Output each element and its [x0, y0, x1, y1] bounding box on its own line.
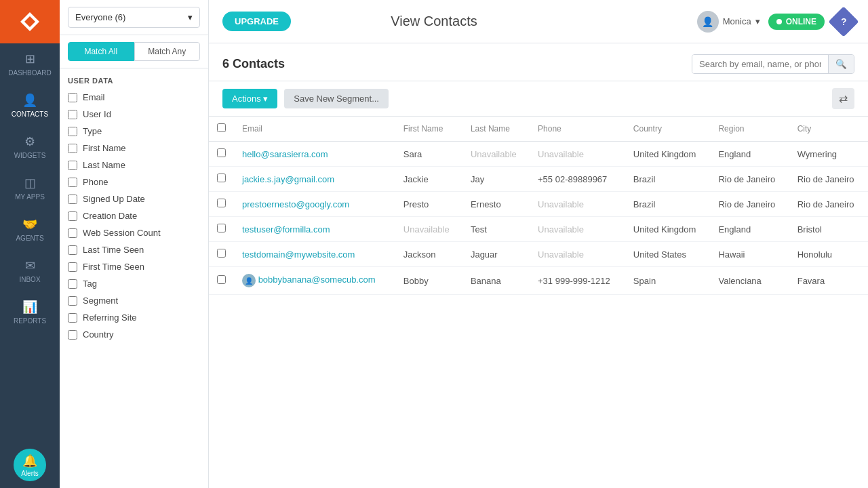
filter-item-country[interactable]: Country — [60, 326, 208, 343]
row-checkbox-5[interactable] — [217, 275, 226, 284]
user-menu[interactable]: 👤 Monica ▾ — [697, 11, 760, 33]
filter-checkbox-creation-date[interactable] — [68, 211, 77, 221]
alerts-label: Alerts — [21, 470, 39, 477]
email-link-3[interactable]: testuser@formilla.com — [242, 224, 330, 235]
alerts-button[interactable]: 🔔 Alerts — [14, 449, 46, 481]
filter-checkbox-user-id[interactable] — [68, 110, 77, 119]
topbar-left: UPGRADE — [222, 12, 291, 31]
row-last-name-5: Banana — [462, 267, 530, 295]
match-all-button[interactable]: Match All — [68, 42, 134, 61]
filter-item-last-name[interactable]: Last Name — [60, 157, 208, 174]
filter-item-type[interactable]: Type — [60, 123, 208, 140]
sidebar-item-contacts[interactable]: 👤 CONTACTS — [0, 85, 60, 126]
filter-toggle-button[interactable]: ⇄ — [832, 88, 854, 109]
email-link-5[interactable]: bobbybanana@somecub.com — [258, 274, 376, 285]
sidebar-item-dashboard[interactable]: ⊞ DASHBOARD — [0, 43, 60, 85]
segment-dropdown[interactable]: Everyone (6) ▾ — [68, 7, 200, 28]
filter-label-segment: Segment — [83, 296, 118, 306]
filter-item-referring-site[interactable]: Referring Site — [60, 309, 208, 326]
inbox-icon: ✉ — [25, 258, 35, 273]
filter-checkbox-first-time-seen[interactable] — [68, 262, 77, 272]
sidebar-item-contacts-label: CONTACTS — [12, 110, 48, 118]
sidebar-item-inbox[interactable]: ✉ INBOX — [0, 250, 60, 291]
row-city-2: Rio de Janeiro — [789, 192, 868, 217]
filter-checkbox-segment[interactable] — [68, 296, 77, 306]
sidebar-item-agents[interactable]: 🤝 AGENTS — [0, 209, 60, 250]
email-link-0[interactable]: hello@sarasierra.com — [242, 149, 328, 159]
filter-label-signed-up-date: Signed Up Date — [83, 194, 145, 204]
table-row: testdomain@mywebsite.com Jackson Jaguar … — [209, 242, 868, 267]
row-last-name-2: Ernesto — [462, 192, 530, 217]
save-segment-button[interactable]: Save New Segment... — [284, 89, 389, 108]
filter-item-phone[interactable]: Phone — [60, 174, 208, 190]
row-checkbox-0[interactable] — [217, 148, 226, 157]
filter-checkbox-last-time-seen[interactable] — [68, 245, 77, 255]
row-checkbox-3[interactable] — [217, 224, 226, 232]
contacts-table-wrapper: Email First Name Last Name Phone Country… — [209, 117, 868, 488]
row-first-name-5: Bobby — [395, 267, 462, 295]
region-header: Region — [710, 117, 789, 142]
filter-item-tag[interactable]: Tag — [60, 275, 208, 292]
sidebar-item-my-apps[interactable]: ◫ MY APPS — [0, 167, 60, 209]
row-country-2: Brazil — [625, 192, 711, 217]
last-name-header: Last Name — [462, 117, 530, 142]
filter-item-segment[interactable]: Segment — [60, 292, 208, 309]
filter-label-referring-site: Referring Site — [83, 312, 136, 323]
search-button[interactable]: 🔍 — [828, 55, 854, 73]
filter-item-creation-date[interactable]: Creation Date — [60, 207, 208, 224]
sidebar-item-widgets[interactable]: ⚙ WIDGETS — [0, 126, 60, 167]
row-first-name-0: Sara — [395, 142, 462, 167]
filter-item-first-time-seen[interactable]: First Time Seen — [60, 258, 208, 275]
country-header: Country — [625, 117, 711, 142]
row-avatar: 👤 — [242, 274, 256, 287]
chevron-down-icon: ▾ — [188, 12, 193, 22]
online-status-button[interactable]: ONLINE — [768, 14, 825, 30]
filter-item-first-name[interactable]: First Name — [60, 140, 208, 157]
row-email-0: hello@sarasierra.com — [234, 142, 395, 167]
filter-checkbox-referring-site[interactable] — [68, 313, 77, 323]
row-phone-5: +31 999-999-1212 — [530, 267, 625, 295]
filter-label-creation-date: Creation Date — [83, 211, 137, 221]
topbar-right: 👤 Monica ▾ ONLINE ? — [697, 11, 854, 33]
select-all-header — [209, 117, 234, 142]
sidebar-item-reports-label: REPORTS — [14, 317, 46, 325]
email-link-4[interactable]: testdomain@mywebsite.com — [242, 249, 355, 260]
main-area: UPGRADE View Contacts 👤 Monica ▾ ONLINE … — [209, 0, 868, 488]
filter-checkbox-tag[interactable] — [68, 279, 77, 289]
filter-item-web-session-count[interactable]: Web Session Count — [60, 224, 208, 241]
filter-checkbox-country[interactable] — [68, 330, 77, 340]
filter-item-signed-up-date[interactable]: Signed Up Date — [60, 190, 208, 207]
filter-checkbox-last-name[interactable] — [68, 161, 77, 170]
sidebar-item-reports[interactable]: 📊 REPORTS — [0, 291, 60, 333]
search-box: 🔍 — [692, 54, 854, 74]
actions-button[interactable]: Actions ▾ — [222, 89, 277, 108]
upgrade-button[interactable]: UPGRADE — [222, 12, 291, 31]
filter-checkbox-type[interactable] — [68, 127, 77, 136]
contacts-count: 6 Contacts — [222, 57, 285, 71]
row-select-2 — [209, 192, 234, 217]
filter-checkbox-phone[interactable] — [68, 178, 77, 187]
filter-label-type: Type — [83, 126, 102, 136]
row-checkbox-4[interactable] — [217, 249, 226, 258]
email-link-2[interactable]: prestoernesto@googly.com — [242, 199, 349, 209]
help-button[interactable]: ? — [828, 6, 859, 37]
filter-item-user-id[interactable]: User Id — [60, 106, 208, 123]
table-header: Email First Name Last Name Phone Country… — [209, 117, 868, 142]
row-checkbox-1[interactable] — [217, 174, 226, 182]
alerts-icon: 🔔 — [22, 453, 37, 468]
filter-checkbox-first-name[interactable] — [68, 144, 77, 153]
select-all-checkbox[interactable] — [217, 123, 226, 132]
filter-checkbox-signed-up-date[interactable] — [68, 195, 77, 204]
filter-item-last-time-seen[interactable]: Last Time Seen — [60, 241, 208, 258]
email-link-1[interactable]: jackie.s.jay@gmail.com — [242, 174, 334, 184]
search-input[interactable] — [692, 55, 828, 73]
match-any-button[interactable]: Match Any — [134, 42, 201, 61]
row-checkbox-2[interactable] — [217, 199, 226, 207]
row-last-name-0: Unavailable — [462, 142, 530, 167]
filter-checkbox-email[interactable] — [68, 93, 77, 102]
filter-checkbox-web-session-count[interactable] — [68, 228, 77, 238]
filter-label-last-time-seen: Last Time Seen — [83, 245, 144, 255]
row-region-5: Valenciana — [710, 267, 789, 295]
filter-item-email[interactable]: Email — [60, 89, 208, 106]
toolbar: Actions ▾ Save New Segment... ⇄ — [209, 81, 868, 117]
